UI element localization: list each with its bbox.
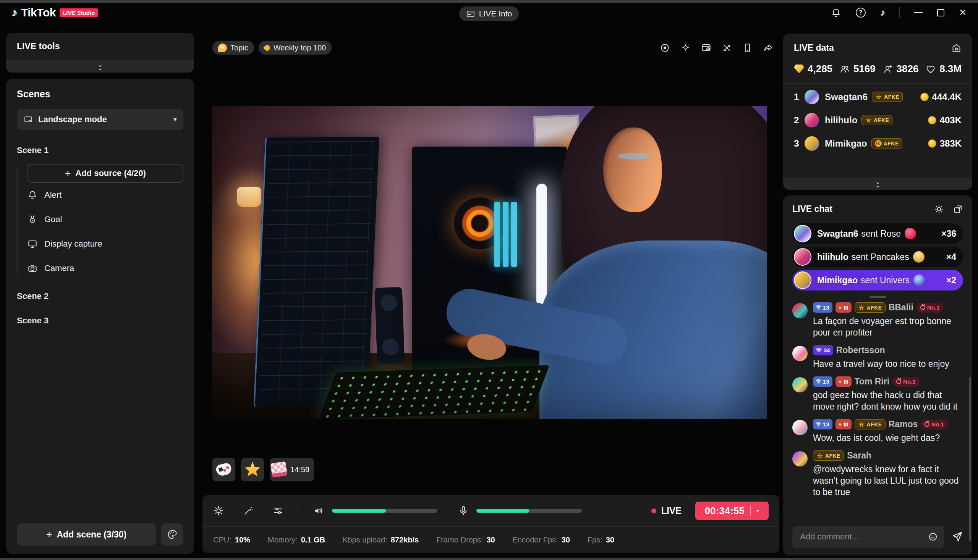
medal-icon (920, 305, 925, 310)
fan-club-badge: ★3 AFKE (872, 92, 903, 102)
scene-item-1[interactable]: Scene 1 (17, 145, 183, 155)
heart-badge: ♥III (836, 302, 851, 313)
record-icon[interactable] (660, 43, 670, 53)
chat-message[interactable]: 13 ♥III ★3AFKE BBalii No.1 La façon de v… (792, 302, 963, 338)
weekly-top-badge[interactable]: Weekly top 100 (259, 41, 332, 55)
add-scene-label: Add scene (3/30) (57, 530, 127, 540)
live-info-button[interactable]: LIVE Info (459, 7, 519, 21)
plus-icon: + (46, 529, 52, 540)
source-item-alert[interactable]: Alert (27, 183, 183, 207)
cpu-stat: CPU:10% (213, 535, 250, 544)
microphone-icon[interactable] (458, 505, 469, 516)
chat-drag-handle[interactable] (869, 296, 886, 298)
new-followers-icon (883, 64, 893, 75)
share-icon[interactable] (763, 43, 773, 53)
tiktok-app-icon[interactable]: ♪ (880, 7, 885, 18)
gift-count: ×2 (946, 275, 956, 285)
level-badge: 13 (813, 419, 833, 430)
gift-panel-icon[interactable] (701, 43, 711, 53)
message-text: La façon de voyager est trop bonne pour … (813, 315, 963, 338)
close-button[interactable]: ✕ (959, 8, 966, 17)
maximize-button[interactable] (937, 9, 945, 17)
crossed-tools-icon[interactable] (722, 43, 732, 53)
topic-badge[interactable]: ✦ Topic (212, 41, 254, 55)
level-circle-icon: ★60 (875, 140, 882, 147)
theme-palette-button[interactable] (161, 523, 183, 545)
notification-bell-icon[interactable] (831, 8, 841, 18)
scenes-title: Scenes (17, 88, 183, 100)
gift-banner-highlighted[interactable]: Mimikgao sent Univers ×2 (792, 270, 963, 290)
minimize-button[interactable] (914, 12, 923, 13)
star-gift-tile[interactable] (241, 458, 264, 482)
gifter-name: Mimikgao (825, 138, 867, 149)
home-icon[interactable] (951, 43, 961, 53)
message-text: @rowdywrecks knew for a fact it wasn’t g… (813, 463, 963, 498)
speaker-icon[interactable] (313, 505, 324, 517)
effects-sparkle-icon[interactable] (680, 43, 691, 53)
leaderboard-row-3[interactable]: 3 Mimikgao ★60 AFKE 383K (783, 132, 972, 155)
chevron-down-icon: ▾ (756, 508, 759, 514)
camera-icon (27, 263, 37, 273)
status-bar: CPU:10% Memory:0.1 GB Kbps upload:872kb/… (202, 527, 779, 553)
live-tools-panel: LIVE tools ⌄⌄ (6, 33, 194, 73)
source-item-camera[interactable]: Camera (27, 256, 183, 280)
scene-item-2[interactable]: Scene 2 (17, 291, 183, 301)
avatar (792, 451, 807, 467)
speaker-volume-slider[interactable] (332, 509, 438, 513)
scenes-footer: + Add scene (3/30) (17, 523, 183, 545)
gift-banner-list: Swagtan6 sent Rose ×36 hilihulo sent Pan… (792, 223, 963, 290)
stream-timer-button[interactable]: 00:34:55 ▾ (695, 502, 769, 520)
avatar (804, 90, 819, 104)
live-tools-expand-bar[interactable]: ⌄⌄ (6, 60, 194, 73)
gem-icon (816, 305, 821, 310)
chat-message[interactable]: 13 ♥III Tom Riri No.2 god geez how the h… (792, 377, 963, 412)
gifter-name: hilihulo (825, 115, 857, 126)
stream-preview[interactable] (212, 106, 767, 419)
live-studio-window: ♪ TikTok LIVE Studio LIVE Info ? ♪ ✕ LIV… (0, 0, 978, 560)
viewers-icon (839, 64, 850, 75)
add-source-button[interactable]: + Add source (4/20) (27, 164, 183, 183)
phone-icon[interactable] (742, 43, 752, 53)
add-scene-button[interactable]: + Add scene (3/30) (17, 523, 156, 545)
chat-message[interactable]: ★3AFKE Sarah @rowdywrecks knew for a fac… (792, 450, 963, 498)
controller-gift-tile[interactable] (212, 458, 235, 482)
live-data-expand-bar[interactable]: ⌄⌄ (783, 178, 972, 190)
live-label: LIVE (661, 505, 682, 516)
emoji-smiley-icon[interactable] (928, 532, 938, 542)
commenter-name: BBalii (889, 302, 913, 313)
settings-gear-icon[interactable] (213, 505, 224, 516)
likes-heart-icon (925, 64, 936, 75)
layout-mode-select[interactable]: Landscape mode ▾ (17, 109, 183, 130)
chat-settings-gear-icon[interactable] (934, 204, 944, 214)
gift-banner[interactable]: hilihulo sent Pancakes ×4 (792, 247, 963, 267)
commenter-name: Tom Riri (854, 377, 890, 387)
fan-club-badge: ★3AFKE (813, 450, 844, 461)
comment-input[interactable] (792, 526, 944, 548)
chat-message[interactable]: 34 Robertsson Have a travel way too nice… (792, 345, 963, 370)
source-item-goal[interactable]: Goal (27, 207, 183, 232)
right-sidebar: LIVE data 4,285 5169 3826 8.3M (783, 33, 972, 555)
control-divider (298, 505, 298, 517)
chat-scrollbar[interactable] (969, 377, 971, 541)
add-source-label: Add source (4/20) (75, 168, 146, 178)
window-edge (0, 0, 978, 3)
source-item-display-capture[interactable]: Display capture (27, 232, 183, 256)
chat-message[interactable]: 13 ♥III ★3AFKE Ramos No.1 Wow, das ist c… (792, 419, 963, 443)
filters-sliders-icon[interactable] (273, 505, 283, 516)
treasure-chest-tile[interactable]: 14:59 (270, 458, 314, 482)
send-comment-icon[interactable] (951, 531, 963, 543)
gift-banner[interactable]: Swagtan6 sent Rose ×36 (792, 223, 963, 244)
likes-stat: 8.3M (925, 63, 961, 75)
popout-chat-icon[interactable] (953, 204, 963, 214)
rank-number: 1 (794, 92, 804, 102)
leaderboard-row-2[interactable]: 2 hilihulo ★3 AFKE 403K (783, 108, 972, 132)
leaderboard-row-1[interactable]: 1 Swagtan6 ★3 AFKE 444.4K (783, 85, 972, 108)
beautify-wand-icon[interactable] (243, 505, 254, 516)
alert-bell-icon (27, 190, 37, 200)
mic-volume-slider[interactable] (476, 509, 582, 513)
help-icon[interactable]: ? (856, 8, 866, 18)
gift-action: sent Rose (861, 229, 901, 239)
scene-item-3[interactable]: Scene 3 (17, 316, 183, 326)
coin-icon (920, 93, 929, 101)
frame-drops-stat: Frame Drops:30 (436, 535, 495, 544)
